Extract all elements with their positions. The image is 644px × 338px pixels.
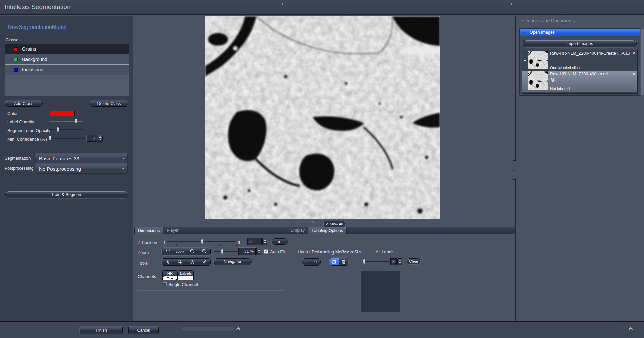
channels-label: Channels [138,274,156,279]
microscopy-image[interactable] [205,16,440,219]
close-icon[interactable]: × [632,51,635,56]
right-panel-scrollbar[interactable] [641,29,644,95]
close-icon[interactable]: × [632,71,635,76]
class-row-inclusions[interactable]: Inclusions [5,65,129,75]
panel-grip-icon[interactable] [520,20,523,23]
play-button[interactable]: ▶ [272,238,288,245]
auto-fit-checkbox[interactable]: ✓ [264,249,268,254]
panel-collapse-handle[interactable]: ▶ [512,160,516,180]
zoom-fit-button[interactable] [162,248,174,255]
spin-down-icon[interactable] [258,252,260,253]
image-thumbnail[interactable] [528,71,548,90]
tab-labeling-options[interactable]: Labeling Options [308,227,347,234]
clear-labels-button[interactable]: Clear [407,258,420,264]
model-name[interactable]: NewSegmentationModel [8,24,66,30]
auto-fit-label: Auto Fit [270,249,285,255]
add-class-button[interactable]: Add Class [5,101,43,107]
label-opacity-slider[interactable] [49,118,83,124]
image-list-item-selected[interactable]: Raw-HR-NLM_Z200-400sm.czi × Not labeled [522,71,637,92]
channel-hr-lut-swatch[interactable] [162,276,178,280]
delete-class-button[interactable]: Delete Class [89,101,129,107]
cancel-button[interactable]: Cancel [128,327,159,334]
train-segment-button[interactable]: Train & Segment [5,191,128,198]
spin-down-icon[interactable] [264,242,266,243]
class-row-background[interactable]: Background [5,54,129,65]
navigator-button[interactable]: Navigator [214,258,252,265]
z-position-slider[interactable] [167,239,236,244]
image-thumbnail[interactable] [528,51,548,69]
postprocessing-label: Postprocessing [5,166,33,171]
chevron-down-icon[interactable]: ▼ [119,154,127,163]
classes-list: Grains Background Inclusions [5,44,129,96]
tabstrip-dropdown-icon[interactable]: ▼ [510,2,513,5]
segmentation-opacity-slider[interactable] [49,127,83,132]
undo-button[interactable]: ↶ [302,259,311,265]
expand-right-icon[interactable]: ▶ [524,59,526,62]
segmentation-dropdown[interactable]: Basic Features 33 ▼ [35,154,128,163]
open-images-header[interactable]: ▼ Open Images [520,29,640,36]
info-icon[interactable]: i [623,325,625,330]
channel-hr-button[interactable]: HR [162,270,178,280]
image-list-item[interactable]: ▶ Raw-HR-NLM_Z200-400sm-Create l...-01.c… [522,50,637,71]
zoom-out-button[interactable] [186,248,198,255]
finish-button[interactable]: Finish [80,327,123,334]
image-status: Not labeled [550,87,570,91]
class-color-swatch [14,68,18,72]
tab-display[interactable]: Display [287,227,308,234]
spin-up-icon[interactable] [99,136,102,138]
chevron-down-icon[interactable]: ▼ [119,164,127,173]
class-color-picker[interactable] [50,111,75,116]
labeling-tabstrip: Display Labeling Options [287,227,516,234]
min-confidence-slider[interactable] [49,136,85,141]
pointer-tool-button[interactable] [162,259,174,265]
zoom-button-group: 100% [162,248,211,255]
viewer-collapse-icon[interactable]: ▼ [311,220,315,224]
zoom-in-button[interactable] [198,248,210,255]
min-confidence-value: 0 [87,135,97,142]
classes-label: Classes [6,38,20,42]
erase-label-mode-button[interactable] [339,258,348,265]
tabstrip-dropdown-icon[interactable]: ▼ [281,2,284,5]
segmentation-value: Basic Features 33 [35,156,119,161]
z-position-spinner[interactable]: 5 [247,238,267,245]
postprocessing-dropdown[interactable]: No Postprocessing ▼ [35,164,128,174]
brush-size-spinner[interactable]: 3 [390,258,402,265]
show-all-toggle[interactable]: ✓ Show All [323,221,345,227]
zoom-region-tool-button[interactable] [174,259,186,265]
zoom-value: 31 % [238,248,256,255]
zoom-spinner[interactable]: 31 % [238,248,261,255]
zoom-slider[interactable] [214,249,237,255]
zoom-100-button[interactable]: 100% [174,248,186,255]
spin-down-icon[interactable] [399,262,401,264]
min-confidence-spinner[interactable]: 0 [87,135,103,142]
redo-button[interactable]: ↷ [311,259,320,265]
images-documents-header: Images and Documents [525,18,575,23]
z-position-label: Z-Position [138,240,157,245]
spin-up-icon[interactable] [258,249,260,251]
channel-labels-button[interactable]: Labels [178,270,194,280]
image-name: Raw-HR-NLM_Z200-400sm.czi [550,72,630,76]
class-row-grains[interactable]: Grains [5,44,129,54]
class-name: Grains [22,46,36,52]
title-bar: Intellesis Segmentation [0,0,644,15]
class-name: Background [22,57,47,62]
import-images-button[interactable]: Import Images [523,40,637,47]
tab-player[interactable]: Player [163,227,182,234]
label-opacity-label: Label Opacity [7,119,34,124]
labeling-mode-group [330,258,348,266]
brush-size-slider[interactable] [362,259,389,264]
undo-redo-group: ↶ ↷ [302,258,321,266]
postprocessing-value: No Postprocessing [35,166,119,172]
spin-down-icon[interactable] [99,139,102,140]
draw-label-mode-button[interactable] [330,258,339,265]
hand-tool-button[interactable] [186,259,198,265]
z-position-value: 5 [247,238,262,245]
dimensions-tabstrip: Dimensions Player [134,227,287,234]
channel-labels-lut-swatch[interactable] [178,276,194,280]
spin-up-icon[interactable] [399,260,401,261]
show-all-label: Show All [330,222,342,226]
spin-up-icon[interactable] [264,240,266,241]
pencil-tool-button[interactable] [198,259,210,265]
tab-dimensions[interactable]: Dimensions [134,227,163,234]
single-channel-checkbox[interactable] [163,282,167,286]
